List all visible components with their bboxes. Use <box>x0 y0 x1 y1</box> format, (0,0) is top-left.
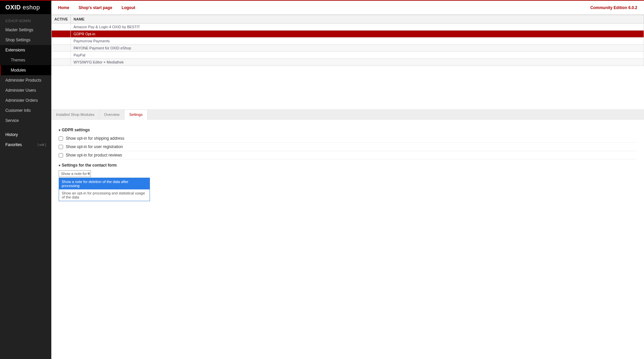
table-row[interactable]: WYSIWYG Editor + Mediathek <box>52 59 644 66</box>
logo-bold: OXID <box>5 4 21 11</box>
cell-name: GDPR Opt-in <box>71 31 644 38</box>
tab-overview[interactable]: Overview <box>99 110 124 119</box>
sidebar-item-admin-products[interactable]: Administer Products <box>0 75 51 85</box>
table-row[interactable]: PayPal <box>52 52 644 59</box>
settings-group-contact-form[interactable]: Settings for the contact form <box>59 163 637 168</box>
topnav-start-page[interactable]: Shop's start page <box>78 5 112 10</box>
label-optin-registration: Show opt-in for user registration <box>66 144 123 149</box>
sidebar-item-extensions[interactable]: Extensions <box>0 45 51 55</box>
sidebar-item-modules[interactable]: Modules <box>0 65 51 75</box>
topbar: Home Shop's start page Logout Community … <box>51 0 644 15</box>
topnav-logout[interactable]: Logout <box>122 5 136 10</box>
logo[interactable]: OXID eshop <box>0 0 51 14</box>
cell-active <box>52 24 71 31</box>
sidebar-item-service[interactable]: Service <box>0 116 51 126</box>
sidebar-item-themes[interactable]: Themes <box>0 55 51 65</box>
checkbox-optin-reviews[interactable] <box>59 153 63 158</box>
settings-pane: GDPR settings Show opt-in for shipping a… <box>51 120 644 182</box>
sidebar-item-admin-users[interactable]: Administer Users <box>0 85 51 95</box>
cell-name: WYSIWYG Editor + Mediathek <box>71 59 644 66</box>
sidebar-item-favorites[interactable]: Favorites <box>5 142 22 147</box>
edition-label: Community Edition 6.0.2 <box>590 5 637 10</box>
sidebar-item-customer-info[interactable]: Customer Info <box>0 105 51 116</box>
checkbox-optin-registration[interactable] <box>59 145 63 149</box>
sidebar: OXID eshop ESHOP ADMIN Master Settings S… <box>0 0 51 359</box>
sidebar-item-history[interactable]: History <box>0 130 51 140</box>
main: Home Shop's start page Logout Community … <box>51 0 644 359</box>
sidebar-item-master-settings[interactable]: Master Settings <box>0 25 51 35</box>
table-row[interactable]: Amazon Pay & Login 4 OXID by BESTIT <box>52 24 644 31</box>
label-optin-shipping: Show opt-in for shipping address <box>66 136 124 141</box>
cell-active <box>52 38 71 45</box>
tab-installed-modules[interactable]: Installed Shop Modules <box>51 110 99 119</box>
cell-name: PayPal <box>71 52 644 59</box>
settings-group-contact-form-label: Settings for the contact form <box>62 163 117 168</box>
tab-settings[interactable]: Settings <box>124 110 148 120</box>
table-row[interactable]: GDPR Opt-in <box>52 31 644 38</box>
label-optin-reviews: Show opt-in for product reviews <box>66 153 122 158</box>
settings-group-gdpr-label: GDPR settings <box>62 128 90 132</box>
contact-form-dropdown: Show a note for deletion of the data aft… <box>59 178 150 201</box>
checkbox-optin-shipping[interactable] <box>59 136 63 141</box>
dropdown-option-optin-processing[interactable]: Show an opt-in for processing and statis… <box>59 189 150 201</box>
sidebar-item-shop-settings[interactable]: Shop Settings <box>0 35 51 45</box>
sidebar-admin-label: ESHOP ADMIN <box>0 14 51 25</box>
cell-active <box>52 31 71 38</box>
cell-active <box>52 45 71 52</box>
topnav: Home Shop's start page Logout <box>58 5 135 10</box>
cell-name: Amazon Pay & Login 4 OXID by BESTIT <box>71 24 644 31</box>
module-list: ACTIVE NAME Amazon Pay & Login 4 OXID by… <box>51 15 644 66</box>
dropdown-option-deletion-note[interactable]: Show a note for deletion of the data aft… <box>59 178 150 189</box>
sidebar-favorites-edit[interactable]: [ edit ] <box>38 143 46 146</box>
col-header-name[interactable]: NAME <box>71 15 644 24</box>
table-row[interactable]: Paymorrow Payments <box>52 38 644 45</box>
table-row[interactable]: PAYONE Payment für OXID eShop <box>52 45 644 52</box>
settings-group-gdpr[interactable]: GDPR settings <box>59 128 637 132</box>
cell-name: PAYONE Payment für OXID eShop <box>71 45 644 52</box>
cell-active <box>52 52 71 59</box>
sidebar-item-admin-orders[interactable]: Administer Orders <box>0 95 51 105</box>
detail-tabs: Installed Shop Modules Overview Settings <box>51 109 644 120</box>
col-header-active[interactable]: ACTIVE <box>52 15 71 24</box>
cell-name: Paymorrow Payments <box>71 38 644 45</box>
contact-form-select[interactable]: Show a note for d <box>59 170 91 177</box>
cell-active <box>52 59 71 66</box>
topnav-home[interactable]: Home <box>58 5 69 10</box>
logo-light: eshop <box>21 4 40 11</box>
